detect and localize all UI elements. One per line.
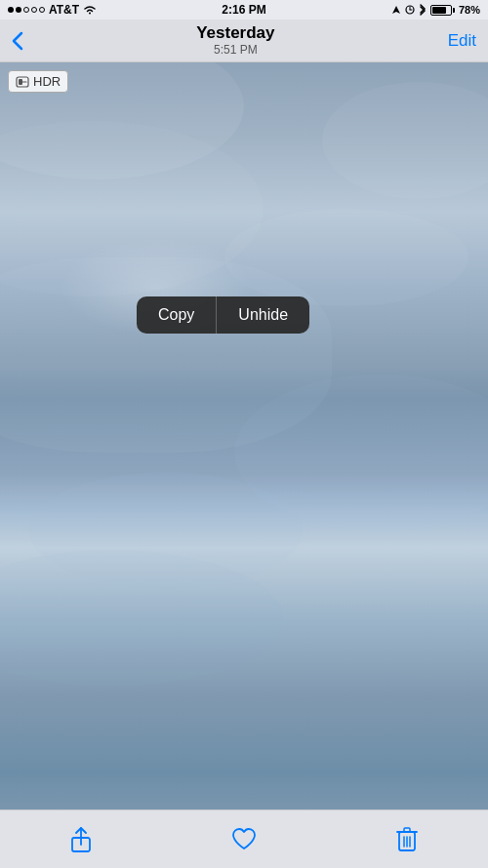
nav-bar: Yesterday 5:51 PM Edit (0, 20, 488, 62)
dot2 (16, 7, 21, 13)
status-bar: AT&T 2:16 PM 78% (0, 0, 488, 20)
signal-dots (8, 7, 45, 13)
carrier-label: AT&T (49, 3, 79, 17)
favorite-button[interactable] (223, 818, 265, 861)
battery-indicator (430, 5, 455, 16)
back-chevron-icon (12, 31, 23, 51)
photo-area: HDR Copy Unhide (0, 62, 488, 809)
bluetooth-icon (419, 4, 427, 16)
location-icon (391, 5, 401, 15)
nav-title-block: Yesterday 5:51 PM (196, 24, 274, 57)
context-menu: Copy Unhide (137, 296, 309, 334)
dot1 (8, 7, 14, 13)
dot3 (23, 7, 29, 13)
heart-icon (231, 828, 257, 851)
wifi-icon (83, 5, 97, 15)
nav-subtitle: 5:51 PM (196, 43, 274, 57)
edit-button[interactable]: Edit (448, 31, 476, 51)
trash-icon (396, 827, 418, 852)
share-icon (69, 827, 93, 852)
status-right: 78% (391, 4, 480, 16)
svg-marker-0 (392, 6, 400, 14)
status-left: AT&T (8, 3, 97, 17)
nav-title: Yesterday (196, 24, 274, 43)
unhide-menu-item[interactable]: Unhide (217, 296, 309, 334)
status-time: 2:16 PM (222, 3, 265, 17)
hdr-icon (16, 76, 29, 88)
hdr-badge: HDR (8, 70, 68, 93)
hdr-label: HDR (33, 74, 61, 89)
copy-menu-item[interactable]: Copy (137, 296, 217, 334)
back-button[interactable] (12, 31, 23, 51)
dot5 (39, 7, 45, 13)
svg-rect-5 (19, 79, 22, 85)
clock-icon (405, 5, 415, 15)
share-button[interactable] (60, 818, 102, 861)
battery-percent: 78% (459, 4, 480, 16)
toolbar (0, 809, 488, 868)
dot4 (31, 7, 37, 13)
delete-button[interactable] (386, 818, 428, 861)
svg-rect-11 (404, 828, 410, 832)
menu-bubble: Copy Unhide (137, 296, 309, 334)
